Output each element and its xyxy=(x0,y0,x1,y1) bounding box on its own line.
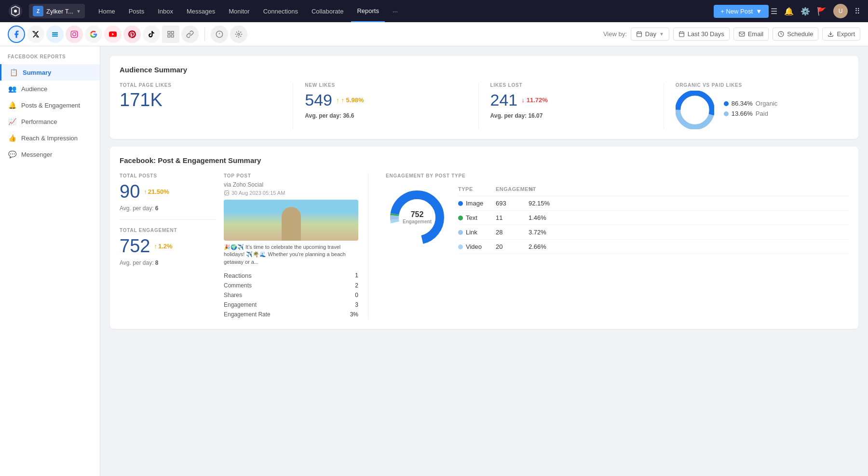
social-extra-1[interactable] xyxy=(211,26,228,43)
email-button[interactable]: Email xyxy=(733,27,769,41)
audience-icon: 👥 xyxy=(8,85,16,93)
donut-total-sub: Engagement xyxy=(403,219,432,225)
social-divider xyxy=(204,27,205,41)
likes-lost-value: 241 xyxy=(490,91,518,109)
sidebar-section-header: Facebook Reports xyxy=(0,54,100,64)
viewby-label: View by: xyxy=(603,30,627,38)
eng-row-video: Video 20 2.66% xyxy=(458,240,849,254)
organic-legend-item: 86.34% Organic xyxy=(724,100,778,107)
svg-rect-14 xyxy=(637,32,641,37)
tiktok-icon[interactable] xyxy=(143,26,160,43)
top-nav: Z Zylker T... ▼ Home Posts Inbox Message… xyxy=(0,0,868,22)
comments-row: Comments 2 xyxy=(224,281,358,290)
brand-selector[interactable]: Z Zylker T... ▼ xyxy=(29,4,85,18)
eng-header-type: TYPE xyxy=(458,186,492,192)
youtube-icon[interactable] xyxy=(104,26,122,43)
top-post-label: TOP POST xyxy=(224,173,358,178)
summary-icon: 📋 xyxy=(9,68,18,76)
new-post-button[interactable]: + New Post ▼ xyxy=(714,5,769,18)
new-likes-change: ↑ ↑ 5.98% xyxy=(336,96,364,104)
svg-rect-5 xyxy=(71,31,77,37)
svg-point-26 xyxy=(678,93,712,127)
email-label: Email xyxy=(748,30,764,38)
post-totals-col: TOTAL POSTS 90 ↑ 21.50% Avg. per day: 6 xyxy=(120,173,216,319)
date-range-selector[interactable]: Last 30 Days xyxy=(673,27,730,41)
twitter-x-icon[interactable] xyxy=(27,26,44,43)
svg-rect-18 xyxy=(679,32,684,37)
eng-type-video: Video xyxy=(458,243,492,250)
audience-stats-grid: TOTAL PAGE LIKES 171K NEW LIKES 549 ↑ ↑ … xyxy=(120,82,849,129)
nav-home[interactable]: Home xyxy=(93,0,121,22)
svg-rect-10 xyxy=(168,35,170,37)
export-button[interactable]: Export xyxy=(822,27,860,41)
nav-reports[interactable]: Reports xyxy=(351,0,385,22)
total-engagement-avg: Avg. per day: 8 xyxy=(120,259,216,266)
eng-row-text: Text 11 1.46% xyxy=(458,211,849,225)
sidebar-item-summary[interactable]: 📋 Summary xyxy=(0,64,100,81)
facebook-icon[interactable] xyxy=(8,26,25,43)
flag-icon[interactable]: 🚩 xyxy=(817,7,827,16)
engagement-rate-value: 3% xyxy=(350,311,358,318)
eng-pct-image: 92.15% xyxy=(529,200,849,207)
link-type-dot xyxy=(458,230,463,235)
svg-rect-9 xyxy=(171,31,174,34)
brand-chevron-icon: ▼ xyxy=(76,9,81,14)
day-selector[interactable]: Day ▼ xyxy=(631,27,669,41)
export-label: Export xyxy=(837,30,855,38)
organic-paid-label: ORGANIC VS PAID LIKES xyxy=(676,82,837,88)
engagement-type-chart: 752 Engagement TYPE ENGAGEMENT % xyxy=(386,181,849,254)
shares-value: 0 xyxy=(355,292,358,299)
sidebar-item-messenger[interactable]: 💬 Messenger xyxy=(0,146,100,163)
engagement-rate-label: Engagement Rate xyxy=(224,311,271,318)
engagement-type-table: TYPE ENGAGEMENT % Image 693 92.15% xyxy=(458,186,849,254)
apps-icon[interactable]: ⠿ xyxy=(854,7,860,16)
pinterest-icon[interactable] xyxy=(123,26,141,43)
user-avatar[interactable]: U xyxy=(833,4,848,18)
total-posts-block: TOTAL POSTS 90 ↑ 21.50% Avg. per day: 6 xyxy=(120,173,216,220)
nav-inbox[interactable]: Inbox xyxy=(152,0,179,22)
svg-rect-11 xyxy=(171,35,174,37)
organic-paid-donut xyxy=(676,91,714,129)
buffer-icon[interactable] xyxy=(46,26,64,43)
day-label: Day xyxy=(645,30,656,38)
svg-rect-3 xyxy=(52,34,58,35)
eng-by-type-label: ENGAGEMENT BY POST TYPE xyxy=(386,173,849,178)
link-icon[interactable] xyxy=(181,26,199,43)
schedule-button[interactable]: Schedule xyxy=(773,27,818,41)
engagement-rate-row: Engagement Rate 3% xyxy=(224,310,358,319)
social-extra-2[interactable] xyxy=(230,26,247,43)
nav-messages[interactable]: Messages xyxy=(181,0,221,22)
nav-posts[interactable]: Posts xyxy=(123,0,150,22)
posts-up-icon: ↑ xyxy=(144,188,147,195)
google-icon[interactable] xyxy=(85,26,102,43)
audience-summary-title: Audience Summary xyxy=(120,66,849,74)
paid-pct: 13.66% xyxy=(732,110,753,117)
nav-monitor[interactable]: Monitor xyxy=(223,0,255,22)
eng-pct-text: 1.46% xyxy=(529,214,849,221)
nav-more[interactable]: ··· xyxy=(387,0,404,22)
sidebar-item-performance[interactable]: 📈 Performance xyxy=(0,113,100,130)
total-posts-label: TOTAL POSTS xyxy=(120,173,216,178)
zoho-logo xyxy=(8,3,23,19)
sidebar-item-audience[interactable]: 👥 Audience xyxy=(0,81,100,97)
engagement-value: 3 xyxy=(355,301,358,308)
instagram-icon[interactable] xyxy=(66,26,83,43)
post-engagement-card: Facebook: Post & Engagement Summary TOTA… xyxy=(110,147,858,329)
svg-rect-22 xyxy=(739,32,745,36)
shares-row: Shares 0 xyxy=(224,290,358,300)
eng-pct-link: 3.72% xyxy=(529,229,849,236)
grid-icon[interactable] xyxy=(162,26,179,43)
hamburger-icon[interactable]: ☰ xyxy=(771,7,777,16)
sidebar-item-posts-engagement[interactable]: 🔔 Posts & Engagement xyxy=(0,97,100,113)
nav-connections[interactable]: Connections xyxy=(258,0,304,22)
sidebar: Facebook Reports 📋 Summary 👥 Audience 🔔 … xyxy=(0,46,100,476)
engagement-type-col: ENGAGEMENT BY POST TYPE xyxy=(376,173,849,319)
sidebar-item-reach-impression[interactable]: 👍 Reach & Impression xyxy=(0,130,100,146)
comments-label: Comments xyxy=(224,282,252,289)
nav-collaborate[interactable]: Collaborate xyxy=(306,0,350,22)
bell-icon[interactable]: 🔔 xyxy=(784,7,794,16)
shares-label: Shares xyxy=(224,292,242,299)
svg-rect-8 xyxy=(168,31,170,34)
video-dot xyxy=(458,245,463,249)
settings-icon[interactable]: ⚙️ xyxy=(800,7,810,16)
